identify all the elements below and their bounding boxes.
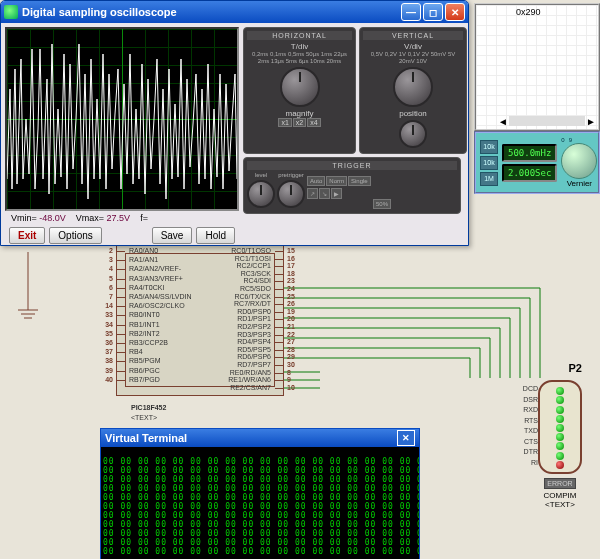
siggen-range2-button[interactable]: 10k [480, 156, 498, 170]
trigger-header: TRIGGER [247, 161, 457, 170]
tdiv-scale: 0,2ms 0,1ms 0,5ms 50μs 1ms 22μs 2ms 13μs… [247, 51, 352, 65]
trigger-50pct-button[interactable]: 50% [373, 199, 391, 209]
level-knob[interactable] [247, 180, 275, 208]
com-error-button[interactable]: ERROR [544, 478, 575, 489]
pic-text: <TEXT> [131, 414, 157, 421]
vt-titlebar[interactable]: Virtual Terminal ✕ [101, 429, 419, 447]
siggen-range1-button[interactable]: 10k [480, 140, 498, 154]
vt-close-button[interactable]: ✕ [397, 430, 415, 446]
osc-titlebar[interactable]: Digital sampling oscilloscope — ◻ ✕ [1, 1, 468, 23]
maximize-button[interactable]: ◻ [423, 3, 443, 21]
virtual-terminal-window[interactable]: Virtual Terminal ✕ 00 00 00 00 00 00 00 … [100, 428, 420, 559]
db9-connector [538, 380, 582, 474]
minimize-button[interactable]: — [401, 3, 421, 21]
trigger-auto-button[interactable]: Auto [307, 176, 325, 186]
scrollbar-track[interactable] [509, 116, 585, 126]
com-text-placeholder: <TEXT> [530, 500, 590, 509]
trigger-run-icon[interactable]: ▶ [331, 188, 342, 199]
horizontal-panel: HORIZONTAL T/div 0,2ms 0,1ms 0,5ms 50μs … [243, 27, 356, 154]
vdiv-label: V/div [363, 42, 463, 51]
osc-app-icon [4, 5, 18, 19]
vmax-value: 27.5V [107, 213, 131, 223]
vdiv-knob[interactable] [393, 67, 433, 107]
vernier-label: Vernier [561, 179, 597, 188]
pic-name: PIC18F452 [131, 404, 166, 411]
f-label: f= [140, 213, 148, 223]
vmax-label: Vmax= [76, 213, 104, 223]
vdiv-scale: 0,5V 0,2V 1V 0,1V 2V 50mV 5V 20mV 10V [363, 51, 463, 65]
com-signal-labels: DCDDSRRXDRTSTXDCTSDTRRI [523, 384, 538, 468]
comport-ref: P2 [569, 362, 582, 374]
tdiv-knob[interactable] [280, 67, 320, 107]
magnify-x4-button[interactable]: x4 [307, 118, 320, 127]
scrollbar-left-icon[interactable]: ◄ [498, 116, 508, 127]
level-label: level [247, 172, 275, 178]
magnify-x1-button[interactable]: x1 [278, 118, 291, 127]
siggen-frequency-display: 500.0mHz [502, 144, 557, 162]
com-component-name: COMPIM [530, 491, 590, 500]
horizontal-header: HORIZONTAL [247, 31, 352, 40]
oscilloscope-display[interactable] [5, 27, 239, 211]
signal-generator[interactable]: 0x290 ◄ ► 10k 10k 1M 500.0mHz 2.000Sec 0… [474, 3, 600, 194]
trigger-rising-icon[interactable]: ↗ [307, 188, 318, 199]
exit-button[interactable]: Exit [9, 227, 45, 244]
vernier-knob[interactable] [561, 143, 597, 179]
trigger-panel: TRIGGER level pretrigger Auto Norm [243, 157, 461, 214]
tdiv-label: T/div [247, 42, 352, 51]
signal-address: 0x290 [516, 7, 541, 17]
vertical-header: VERTICAL [363, 31, 463, 40]
vt-title-text: Virtual Terminal [105, 432, 187, 444]
scrollbar-right-icon[interactable]: ► [586, 116, 596, 127]
vmin-value: -48.0V [39, 213, 66, 223]
trigger-norm-button[interactable]: Norm [326, 176, 347, 186]
trigger-falling-icon[interactable]: ↘ [319, 188, 330, 199]
close-button[interactable]: ✕ [445, 3, 465, 21]
save-button[interactable]: Save [152, 227, 193, 244]
signal-graph[interactable]: 0x290 ◄ ► [474, 3, 600, 131]
vmin-label: Vmin= [11, 213, 37, 223]
oscilloscope-window[interactable]: Digital sampling oscilloscope — ◻ ✕ Vmin… [0, 0, 469, 246]
com-port-component[interactable]: DCDDSRRXDRTSTXDCTSDTRRI ERROR COMPIM <TE… [530, 380, 590, 509]
pretrigger-label: pretrigger [277, 172, 305, 178]
siggen-time-display: 2.000Sec [502, 164, 557, 182]
options-button[interactable]: Options [49, 227, 101, 244]
trigger-single-button[interactable]: Single [348, 176, 371, 186]
position-knob[interactable] [399, 120, 427, 148]
position-label: position [363, 109, 463, 118]
pic-microcontroller[interactable]: PIC18F452 <TEXT> 2 RA0/AN03 RA1/AN14 RA2… [116, 244, 284, 396]
vertical-panel: VERTICAL V/div 0,5V 0,2V 1V 0,1V 2V 50mV… [359, 27, 467, 154]
magnify-x2-button[interactable]: x2 [293, 118, 306, 127]
pretrigger-knob[interactable] [277, 180, 305, 208]
siggen-range3-button[interactable]: 1M [480, 172, 498, 186]
vt-output[interactable]: 00 00 00 00 00 00 00 00 00 00 00 00 00 0… [101, 455, 419, 559]
osc-title: Digital sampling oscilloscope [22, 6, 401, 18]
hold-button[interactable]: Hold [196, 227, 235, 244]
magnify-label: magnify [247, 109, 352, 118]
